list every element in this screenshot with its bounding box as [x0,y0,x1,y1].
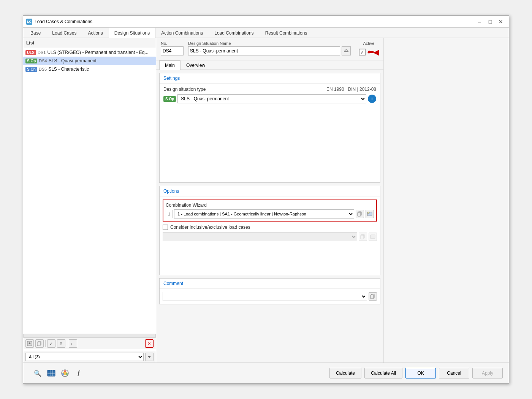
calculate-all-button[interactable]: Calculate All [364,368,402,378]
wizard-open-button[interactable] [366,210,374,218]
type-standard: EN 1990 | DIN | 2012-08 [326,87,376,92]
filter-expand-button[interactable] [145,353,154,361]
svg-text:✕: ✕ [147,341,151,346]
list-item-2[interactable]: S Ch DS5 SLS - Characteristic [23,65,156,73]
list-scrollbar[interactable] [23,334,156,337]
svg-rect-16 [361,235,364,239]
svg-marker-8 [148,356,151,358]
wizard-select[interactable]: 1 - Load combinations | SA1 - Geometrica… [174,209,354,218]
active-group: Active ⬅ ◀ [359,41,379,57]
apply-button[interactable]: Apply [472,368,503,378]
copy-item-button[interactable] [35,339,44,348]
list-item[interactable]: ULS DS1 ULS (STR/GEO) - Permanent and tr… [23,48,156,57]
svg-rect-19 [370,295,374,299]
svg-rect-17 [370,235,375,239]
comment-section: Comment [159,278,380,304]
svg-rect-12 [358,212,361,216]
tab-design-situations[interactable]: Design Situations [109,28,155,38]
wizard-label: Combination Wizard [166,203,374,208]
inner-tab-overview[interactable]: Overview [180,60,211,70]
tab-load-cases[interactable]: Load Cases [46,28,82,38]
cancel-button[interactable]: Cancel [439,368,469,378]
toolbar-sep2 [67,340,67,347]
bottom-icons: 🔍 ƒ [29,368,326,378]
wizard-num: 1 [166,210,173,218]
svg-rect-24 [50,370,51,376]
title-bar: LC Load Cases & Combinations – □ ✕ [23,16,509,28]
svg-text:+: + [28,341,31,345]
svg-rect-9 [344,51,348,52]
name-input[interactable] [188,46,340,55]
inclusive-row: Consider inclusive/exclusive load cases [163,225,377,230]
tab-result-combinations[interactable]: Result Combinations [260,28,313,38]
import-button[interactable]: ↓ [69,339,77,348]
svg-text:↓: ↓ [71,341,73,346]
calculate-button[interactable]: Calculate [329,368,361,378]
name-row [188,46,351,55]
type-badge: S Op [163,96,176,102]
maximize-button[interactable]: □ [485,18,495,25]
main-area: Settings Design situation type EN 1990 |… [156,70,383,363]
table-icon-button[interactable] [46,368,57,378]
detail-header-row: No. Design Situation Name Active [156,38,383,60]
delete-button[interactable]: ✕ [145,339,154,348]
inclusive-checkbox[interactable] [163,225,168,230]
svg-point-28 [64,370,66,372]
inclusive-label: Consider inclusive/exclusive load cases [170,225,250,230]
badge-uls: ULS [25,50,36,55]
tab-actions[interactable]: Actions [82,28,108,38]
wizard-row: 1 1 - Load combinations | SA1 - Geometri… [166,209,374,218]
formula-icon-button[interactable]: ƒ [73,368,84,378]
settings-section: Settings Design situation type EN 1990 |… [159,73,380,183]
item-text-0: ULS (STR/GEO) - Permanent and transient … [47,50,148,55]
inclusive-copy-button[interactable] [359,233,367,241]
type-select[interactable]: SLS - Quasi-permanent [177,94,366,103]
edit-name-button[interactable] [342,46,351,55]
svg-rect-21 [48,372,55,372]
comment-copy-button[interactable] [369,292,377,301]
window-title: Load Cases & Combinations [35,19,475,24]
tab-base[interactable]: Base [25,28,46,38]
close-button[interactable]: ✕ [496,18,506,25]
comment-content [160,289,380,304]
type-row: Design situation type EN 1990 | DIN | 20… [163,87,376,92]
svg-rect-22 [48,373,55,374]
active-checkbox[interactable] [359,49,366,55]
bottom-bar: 🔍 ƒ Calculate Calculate All OK Cancel Ap… [23,363,509,383]
inner-tab-main[interactable]: Main [159,60,180,70]
filter-row: All (3) [23,351,156,363]
comment-title: Comment [160,279,380,289]
item-text-2: SLS - Characteristic [48,66,89,72]
far-right-panel [383,38,509,363]
list-item-selected[interactable]: S Op DS4 SLS - Quasi-permanent [23,57,156,65]
svg-rect-23 [48,375,55,375]
toolbar-sep [45,340,46,347]
comment-select[interactable] [163,292,367,301]
no-input[interactable] [161,46,184,55]
color-icon-button[interactable] [60,368,70,378]
tab-load-combinations[interactable]: Load Combinations [209,28,259,38]
search-icon-button[interactable]: 🔍 [32,368,43,378]
inclusive-open-button[interactable] [369,233,377,241]
ok-button[interactable]: OK [405,368,436,378]
no-label: No. [161,41,184,46]
tab-action-combinations[interactable]: Action Combinations [155,28,209,38]
type-dropdown-row: S Op SLS - Quasi-permanent i [163,94,376,103]
no-field-group: No. [161,41,184,55]
svg-point-29 [66,373,68,375]
tab-bar: Base Load Cases Actions Design Situation… [23,28,509,38]
add-item-button[interactable]: + [25,339,34,348]
minimize-button[interactable]: – [475,18,484,25]
filter-dropdown[interactable]: All (3) [25,353,144,361]
left-toolbar: + ✓ ✗ ↓ ✕ [23,337,156,349]
svg-rect-14 [367,212,369,214]
svg-marker-10 [344,49,348,51]
svg-rect-25 [52,370,53,376]
wizard-copy-button[interactable] [356,210,364,218]
uncheck-all-button[interactable]: ✗ [57,339,65,348]
check-all-button[interactable]: ✓ [47,339,55,348]
item-id-0: DS1 [38,50,46,55]
options-title: Options [160,186,380,196]
info-button[interactable]: i [368,95,376,103]
inclusive-select[interactable] [163,232,357,241]
